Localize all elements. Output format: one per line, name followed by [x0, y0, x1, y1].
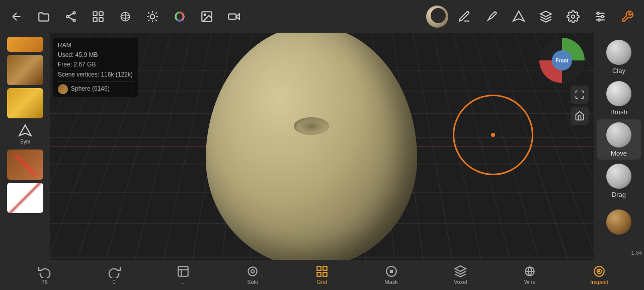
object-panel-label: ... [181, 279, 186, 285]
svg-point-41 [251, 270, 255, 273]
voxel-label: Voxel [454, 279, 467, 285]
redo-button[interactable]: 0 [99, 261, 129, 289]
extra-tool[interactable] [597, 202, 641, 242]
info-overlay: RAM Used: 45.9 MB Free: 2.67 GB Scene ve… [53, 38, 138, 97]
mask-label: Mask [385, 279, 398, 285]
orientation-gizmo[interactable]: Front [539, 38, 590, 88]
svg-marker-28 [540, 11, 551, 17]
svg-rect-43 [323, 266, 327, 270]
color-wheel-button[interactable] [167, 4, 192, 29]
settings-button[interactable] [560, 4, 586, 29]
color-swatch[interactable] [7, 37, 43, 52]
brush-tool[interactable]: Brush [597, 78, 641, 118]
material-thumb-brush[interactable] [7, 150, 43, 180]
grid-label: Grid [317, 279, 328, 285]
sphere-mesh [206, 33, 417, 260]
sym-label: Sym [20, 139, 30, 144]
voxel-button[interactable]: Voxel [445, 261, 475, 289]
folder-button[interactable] [31, 4, 56, 29]
object-info-row: Sphere (6146) [58, 84, 133, 94]
share-button[interactable] [58, 4, 84, 29]
svg-marker-27 [513, 11, 524, 21]
svg-rect-37 [179, 266, 189, 276]
image-button[interactable] [194, 4, 219, 29]
scene-vertices: Scene vertices: 116k (122k) [58, 70, 133, 80]
selection-circle[interactable] [453, 95, 533, 175]
ram-title: RAM [58, 41, 133, 50]
drag-tool[interactable]: Drag [597, 161, 641, 201]
back-button[interactable] [4, 4, 29, 29]
solo-label: Solo [247, 279, 258, 285]
sphere-grid-button[interactable] [113, 4, 138, 29]
mask-button[interactable]: Mask [376, 261, 407, 289]
symmetry-button[interactable] [506, 4, 531, 29]
layers2-button[interactable] [533, 4, 558, 29]
svg-point-29 [572, 15, 575, 18]
svg-line-18 [155, 20, 156, 21]
svg-point-12 [150, 14, 155, 19]
svg-rect-7 [93, 18, 97, 22]
svg-point-23 [204, 14, 206, 15]
material-button[interactable] [425, 4, 450, 29]
material-thumb-wood[interactable] [7, 55, 43, 85]
clay-label: Clay [612, 67, 625, 75]
svg-point-2 [73, 19, 75, 21]
fullscreen-button[interactable] [571, 86, 589, 104]
undo-button[interactable]: 76 [30, 261, 60, 289]
object-panel-button[interactable]: ... [168, 261, 198, 289]
svg-rect-42 [317, 266, 321, 270]
svg-rect-24 [228, 14, 236, 19]
sphere-object[interactable] [206, 33, 417, 260]
mystery-sphere-icon [606, 209, 631, 235]
svg-marker-36 [19, 125, 31, 135]
svg-rect-6 [99, 12, 103, 16]
move-sphere-icon [606, 122, 631, 148]
wrench-button[interactable] [615, 4, 640, 29]
svg-rect-8 [99, 18, 103, 22]
svg-line-3 [69, 13, 73, 16]
top-toolbar [0, 0, 644, 33]
inspect-button[interactable]: Inspect [584, 261, 614, 289]
svg-point-1 [66, 15, 68, 17]
home-button[interactable] [571, 107, 589, 125]
ram-free: Free: 2.67 GB [58, 60, 133, 69]
svg-line-26 [487, 19, 489, 21]
move-tool[interactable]: Move [597, 119, 641, 160]
move-label: Move [611, 150, 627, 157]
material-thumb-stripe[interactable] [7, 183, 43, 213]
solo-button[interactable]: Solo [237, 261, 268, 289]
svg-line-4 [69, 17, 73, 20]
redo-count: 0 [113, 279, 116, 285]
sphere-indent [294, 117, 329, 135]
brush-label: Brush [610, 108, 627, 116]
sun-button[interactable] [140, 4, 165, 29]
grid-button[interactable]: Grid [307, 261, 337, 289]
undo-count: 76 [42, 279, 48, 285]
brush-sphere-icon [606, 81, 631, 106]
bottom-toolbar: 76 0 ... Solo Grid [0, 260, 644, 290]
sliders-button[interactable] [588, 4, 613, 29]
left-toolbar: Sym [0, 33, 50, 260]
clay-sphere-icon [606, 40, 631, 65]
inspect-label: Inspect [590, 279, 608, 285]
svg-point-40 [249, 267, 257, 275]
video-button[interactable] [221, 4, 247, 29]
clay-tool[interactable]: Clay [597, 37, 641, 77]
wire-label: Wire [524, 279, 536, 285]
layers-button[interactable] [86, 4, 111, 29]
svg-rect-45 [323, 272, 327, 276]
svg-line-19 [155, 12, 156, 13]
drag-sphere-icon [606, 164, 631, 189]
pipette-button[interactable] [479, 4, 504, 29]
material-thumb-yellow[interactable] [7, 88, 43, 118]
version-number: 1.84 [631, 250, 642, 256]
svg-point-50 [599, 271, 600, 272]
svg-point-0 [73, 12, 75, 14]
svg-point-33 [597, 12, 599, 14]
ram-used: Used: 45.9 MB [58, 50, 133, 60]
wire-button[interactable]: Wire [515, 261, 545, 289]
gizmo-front-label: Front [552, 50, 572, 70]
svg-point-34 [601, 15, 603, 17]
symmetry-tool[interactable]: Sym [7, 121, 43, 147]
pen-button[interactable] [452, 4, 477, 29]
